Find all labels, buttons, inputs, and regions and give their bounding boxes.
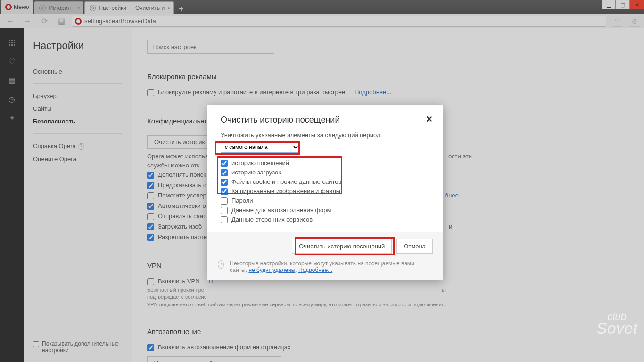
chk-label: Загружать изоб xyxy=(158,223,202,230)
autofill-label: Включить автозаполнение форм на страница… xyxy=(158,344,290,351)
autofill-checkbox[interactable] xyxy=(147,344,154,351)
privacy-chk-5[interactable] xyxy=(147,213,154,220)
sidebar-item-basic[interactable]: Основные xyxy=(33,65,122,78)
chk-label: Пароли xyxy=(231,197,253,204)
tab-settings[interactable]: ⚙ Настройки — Очистить и × xyxy=(84,1,174,14)
clear-cache-checkbox[interactable] xyxy=(221,188,228,195)
divider xyxy=(33,83,122,84)
privacy-text: службы можно отк xyxy=(147,162,199,169)
address-bar[interactable]: settings/clearBrowserData xyxy=(72,16,606,27)
show-advanced-label: Показывать дополнительные настройки xyxy=(42,340,122,354)
tab-label: История xyxy=(49,5,78,11)
history-icon: ↺ xyxy=(39,5,46,11)
modal-more-link[interactable]: Подробнее... xyxy=(298,267,332,273)
not-deleted-link[interactable]: не будут удалены xyxy=(248,267,295,273)
vpn-note-tail: ы xyxy=(442,287,446,293)
sidebar-item-help[interactable]: Справка Opera? xyxy=(33,140,122,153)
chk-label-tail: и xyxy=(449,223,452,230)
show-advanced-checkbox[interactable] xyxy=(33,341,39,347)
opera-logo-icon xyxy=(5,4,12,10)
privacy-chk-7[interactable] xyxy=(147,234,154,241)
sidebar-item-rate[interactable]: Оцените Opera xyxy=(33,153,122,165)
divider xyxy=(147,318,629,318)
tab-history[interactable]: ↺ История × xyxy=(34,1,83,14)
clear-history-button[interactable]: Очистить историю xyxy=(147,135,214,149)
clear-cancel-button[interactable]: Отмена xyxy=(396,239,433,254)
chk-label: Данные сторонних сервисов xyxy=(231,216,313,223)
settings-title: Настройки xyxy=(33,40,122,52)
chk-label: Предсказывать с xyxy=(158,181,206,189)
extensions-rail-icon[interactable]: ✦ xyxy=(7,113,17,123)
new-tab-button[interactable]: + xyxy=(174,4,189,14)
chk-label: Кэшированные изображения и файлы xyxy=(231,188,340,195)
info-icon: i xyxy=(218,260,224,269)
speed-dial-rail-icon[interactable] xyxy=(7,38,17,47)
clear-autofill-checkbox[interactable] xyxy=(221,207,228,214)
chk-label: Файлы cookie и прочие данные сайтов xyxy=(231,178,341,185)
modal-note-text: Некоторые настройки, которые могут указы… xyxy=(230,260,433,273)
adblock-icon[interactable]: ⊘ xyxy=(629,16,640,27)
clear-cookies-checkbox[interactable] xyxy=(221,179,228,186)
chk-label: Данные для автозаполнения форм xyxy=(231,206,331,214)
clear-confirm-button[interactable]: Очистить историю посещений xyxy=(292,239,392,254)
side-rail: ♡ ▤ ◷ ✦ xyxy=(0,28,24,362)
help-icon: ? xyxy=(78,143,84,150)
sidebar-item-sites[interactable]: Сайты xyxy=(33,102,122,115)
news-rail-icon[interactable]: ▤ xyxy=(7,75,17,85)
menu-label: Меню xyxy=(14,4,29,10)
speed-dial-icon[interactable]: ▦ xyxy=(55,16,68,26)
chk-label: Разрешить партн xyxy=(158,233,207,240)
window-minimize-button[interactable]: ▁ xyxy=(602,0,616,9)
privacy-chk-2[interactable] xyxy=(147,182,154,189)
section-ads-title: Блокировка рекламы xyxy=(147,73,629,81)
tab-bar: Меню ↺ История × ⚙ Настройки — Очистить … xyxy=(0,0,644,14)
chk-label: историю загрузок xyxy=(231,169,281,176)
period-select[interactable]: с самого начала xyxy=(221,141,300,153)
modal-title: Очистить историю посещений xyxy=(221,115,339,124)
section-autofill-title: Автозаполнение xyxy=(147,328,629,336)
vpn-checkbox[interactable] xyxy=(147,278,154,285)
chk-label: Помогите усовер xyxy=(158,192,206,199)
sidebar-item-security[interactable]: Безопасность xyxy=(33,115,122,128)
window-close-button[interactable]: ✕ xyxy=(630,0,644,9)
address-text: settings/clearBrowserData xyxy=(84,17,156,25)
chk-label: Отправлять сайт xyxy=(158,213,206,220)
privacy-chk-4[interactable] xyxy=(147,203,154,210)
vpn-label: Включить VPN xyxy=(158,278,200,285)
chk-label: Автоматически о xyxy=(158,202,206,209)
tab-close-icon[interactable]: × xyxy=(77,5,80,11)
autofill-manage-button[interactable]: Управление настройками автозаполнения xyxy=(147,356,281,362)
privacy-chk-6[interactable] xyxy=(147,223,154,230)
adblock-more-link[interactable]: Подробнее... xyxy=(355,89,391,96)
privacy-chk-1[interactable] xyxy=(147,172,154,179)
search-settings-input[interactable] xyxy=(147,40,274,54)
clear-downloads-checkbox[interactable] xyxy=(221,169,228,176)
adblock-checkbox[interactable] xyxy=(147,89,154,96)
vpn-note: подтверждаете согласие xyxy=(147,294,449,301)
back-button[interactable]: ← xyxy=(4,16,17,26)
window-maximize-button[interactable]: ▢ xyxy=(616,0,630,9)
modal-close-button[interactable]: ✕ xyxy=(426,114,433,124)
clear-browsing-history-checkbox[interactable] xyxy=(221,160,228,167)
divider xyxy=(33,133,122,134)
more-link[interactable]: бнее... xyxy=(445,192,464,199)
chk-label: историю посещений xyxy=(231,159,289,166)
opera-menu-button[interactable]: Меню xyxy=(1,0,33,14)
tab-label: Настройки — Очистить и xyxy=(99,5,169,11)
clear-thirdparty-checkbox[interactable] xyxy=(221,216,228,223)
privacy-chk-3[interactable] xyxy=(147,192,154,199)
reload-button[interactable]: ⟳ xyxy=(38,16,51,26)
opera-scheme-icon xyxy=(75,18,82,25)
chk-label: Дополнять поиск xyxy=(158,171,206,178)
history-rail-icon[interactable]: ◷ xyxy=(7,94,17,104)
bookmark-heart-icon[interactable]: ♡ xyxy=(612,16,623,27)
sidebar-item-browser[interactable]: Браузер xyxy=(33,90,122,102)
tab-close-icon[interactable]: × xyxy=(168,5,171,11)
clear-passwords-checkbox[interactable] xyxy=(221,197,228,205)
heart-rail-icon[interactable]: ♡ xyxy=(7,57,17,66)
forward-button[interactable]: → xyxy=(21,16,34,26)
privacy-text: Opera может использ xyxy=(147,153,208,160)
period-label: Уничтожить указанные элементы за следующ… xyxy=(221,132,430,139)
nav-toolbar: ← → ⟳ ▦ settings/clearBrowserData ♡ ⊘ xyxy=(0,14,644,28)
adblock-label: Блокируйте рекламу и работайте в интерне… xyxy=(158,89,345,96)
